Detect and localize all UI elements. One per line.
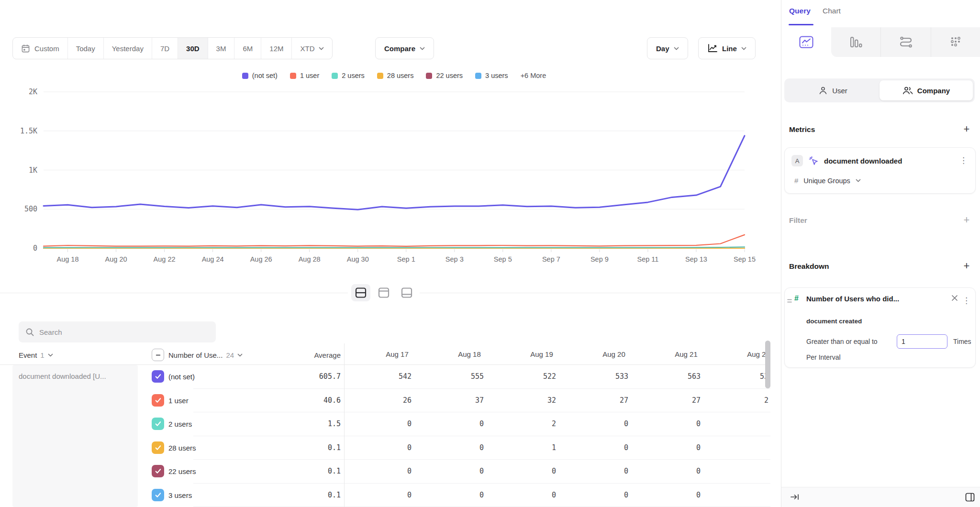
range-3m[interactable]: 3M <box>208 38 234 59</box>
chevron-down-icon <box>319 47 324 50</box>
add-metric-button[interactable]: + <box>961 123 972 135</box>
range-label: 30D <box>186 44 200 53</box>
legend-item[interactable]: 28 users <box>377 72 414 79</box>
value-cell: 522 <box>494 365 556 389</box>
metric-badge: A <box>791 155 803 166</box>
search-icon <box>25 328 34 336</box>
line-chart-icon <box>707 44 718 53</box>
legend-more[interactable]: +6 More <box>521 72 546 79</box>
calendar-icon <box>21 44 30 53</box>
tab-query[interactable]: Query <box>789 7 811 15</box>
flow-chart-icon <box>899 36 913 48</box>
layout-table-only-button[interactable] <box>397 284 416 301</box>
range-xtd[interactable]: XTD <box>291 38 332 59</box>
metric-event-name: document downloaded <box>824 157 902 165</box>
row-checkbox[interactable] <box>152 489 164 501</box>
panel-icon[interactable] <box>965 493 975 504</box>
row-average: 40.6 <box>264 389 341 413</box>
check-icon <box>155 445 161 451</box>
metric-measure-selector[interactable]: # Unique Groups <box>794 176 861 185</box>
legend-label: 28 users <box>387 72 414 79</box>
interval-button[interactable]: Day <box>647 37 688 59</box>
x-tick-label: Sep 13 <box>685 255 707 263</box>
chart-type-button[interactable]: Line <box>698 37 756 59</box>
breakdown-heading: Breakdown <box>789 262 829 271</box>
chevron-down-icon <box>856 179 861 182</box>
range-label: 6M <box>243 44 253 53</box>
check-icon <box>155 421 161 427</box>
drag-handle-icon[interactable] <box>787 297 792 305</box>
event-header-label: Event <box>19 351 37 359</box>
layout-chart-only-button[interactable] <box>374 284 393 301</box>
vertical-scrollbar[interactable] <box>765 341 770 388</box>
legend-item[interactable]: 2 users <box>332 72 365 79</box>
breakdown-card[interactable]: # Number of Users who did... ⋮ document … <box>784 287 976 368</box>
row-checkbox[interactable] <box>152 465 164 477</box>
tab-chart[interactable]: Chart <box>823 7 841 15</box>
segment-company[interactable]: Company <box>880 80 973 100</box>
legend-item[interactable]: (not set) <box>242 72 278 79</box>
metrics-heading: Metrics <box>789 125 815 134</box>
compare-button[interactable]: Compare <box>375 37 434 59</box>
legend-item[interactable]: 3 users <box>475 72 508 79</box>
value-cell: 0 <box>422 436 484 460</box>
range-label: Custom <box>34 44 59 53</box>
breakdown-value-input[interactable] <box>897 334 947 349</box>
chart-legend: (not set)1 user2 users28 users22 users3 … <box>44 72 745 79</box>
value-cell: 0 <box>711 484 768 507</box>
search-input[interactable] <box>39 328 209 336</box>
range-30d[interactable]: 30D <box>178 38 208 59</box>
value-cell: 0 <box>638 484 701 507</box>
series-line-1-user[interactable] <box>44 235 745 246</box>
value-cell: 37 <box>422 389 484 413</box>
event-column-header[interactable]: Event 1 <box>19 345 53 364</box>
filter-heading: Filter <box>789 216 807 225</box>
range-7d[interactable]: 7D <box>152 38 178 59</box>
value-cell: 0 <box>566 460 628 484</box>
value-cell: 0 <box>566 436 628 460</box>
row-average: 1.5 <box>264 412 341 436</box>
range-12m[interactable]: 12M <box>261 38 291 59</box>
collapse-right-icon[interactable] <box>790 493 799 503</box>
value-cell: 0 <box>422 460 484 484</box>
add-breakdown-button[interactable]: + <box>961 260 972 272</box>
breakdown-kebab-icon[interactable]: ⋮ <box>960 294 972 308</box>
breakdown-per-label: Per Interval <box>806 353 841 361</box>
select-all-checkbox[interactable] <box>152 349 164 361</box>
chart-type-grid-tab[interactable] <box>931 27 980 57</box>
chart-type-bar-tab[interactable] <box>831 27 881 57</box>
group-column-header[interactable]: Number of Use... 24 <box>168 345 243 364</box>
metric-kebab-icon[interactable]: ⋮ <box>958 154 969 166</box>
date-column-header: Aug 22 <box>723 344 768 364</box>
range-label: 12M <box>269 44 283 53</box>
chart-type-line-tab[interactable] <box>781 27 831 57</box>
legend-item[interactable]: 1 user <box>290 72 319 79</box>
series-line--not-set-[interactable] <box>44 136 745 209</box>
range-today[interactable]: Today <box>67 38 103 59</box>
row-checkbox[interactable] <box>152 394 164 407</box>
segment-user[interactable]: User <box>786 80 880 100</box>
chart-type-flow-tab[interactable] <box>880 27 931 57</box>
series-line-2-users[interactable] <box>44 247 745 247</box>
metric-card[interactable]: A document downloaded ⋮ # Unique Groups <box>784 147 976 194</box>
value-cell: 27 <box>566 389 628 413</box>
y-tick-label: 2K <box>29 88 37 96</box>
range-custom[interactable]: Custom <box>13 38 67 59</box>
range-yesterday[interactable]: Yesterday <box>103 38 152 59</box>
search-box <box>19 321 216 342</box>
split-view-icon <box>355 287 367 298</box>
range-6m[interactable]: 6M <box>234 38 261 59</box>
sidebar-footer <box>781 487 980 507</box>
value-cell: 0 <box>494 460 556 484</box>
check-icon <box>155 374 161 379</box>
row-checkbox[interactable] <box>152 441 164 454</box>
legend-label: (not set) <box>252 72 278 79</box>
close-icon[interactable] <box>951 295 958 303</box>
layout-split-button[interactable] <box>351 284 370 301</box>
row-checkbox[interactable] <box>152 370 164 383</box>
row-checkbox[interactable] <box>152 418 164 430</box>
add-filter-button[interactable]: + <box>961 214 972 226</box>
hash-icon: # <box>794 176 798 185</box>
legend-item[interactable]: 22 users <box>426 72 463 79</box>
main-panel: CustomTodayYesterday7D30D3M6M12MXTD Comp… <box>0 0 780 507</box>
